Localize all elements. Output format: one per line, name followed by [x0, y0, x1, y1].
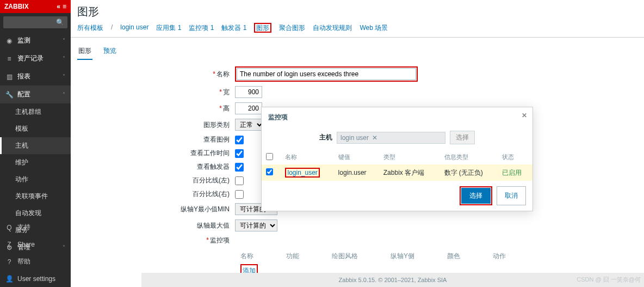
tab[interactable]: 预览 [102, 43, 117, 59]
bottom-label: User settings [17, 275, 55, 283]
search-icon[interactable]: 🔍 [56, 19, 64, 26]
sidebar-group[interactable]: ▥报表˅ [0, 68, 71, 86]
search-box: 🔍 [3, 16, 67, 28]
items-col: 纵轴Y侧 [391, 252, 414, 261]
breadcrumb-link[interactable]: 所有模板 [77, 23, 103, 33]
worktime-checkbox[interactable] [235, 149, 244, 158]
logo-text: ZABBIX [4, 3, 29, 10]
chevron-icon: ˄ [63, 91, 65, 97]
row-info: 数字 (无正负) [440, 164, 498, 181]
menu-icon[interactable]: ≡ [63, 3, 66, 10]
modal-cancel-button[interactable]: 取消 [497, 186, 526, 205]
bottom-icon: Z [5, 241, 13, 248]
modal-col: 键值 [334, 150, 379, 164]
group-icon: ◉ [5, 37, 13, 45]
host-select-button[interactable]: 选择 [450, 131, 475, 144]
tab[interactable]: 图形 [77, 43, 92, 60]
items-col: 颜色 [447, 252, 460, 261]
bottom-label: 帮助 [17, 257, 30, 266]
row-status: 已启用 [498, 164, 532, 181]
width-label: *宽 [77, 88, 235, 97]
sidebar-item[interactable]: 维护 [0, 154, 71, 171]
sidebar-bottom-item[interactable]: ?帮助 [0, 253, 71, 271]
modal-col: 名称 [281, 150, 333, 164]
modal-ok-button[interactable]: 选择 [461, 188, 491, 204]
bottom-icon: ? [5, 258, 13, 266]
sidebar: ZABBIX « ≡ 🔍 ◉监测˅≡资产记录˅▥报表˅🔧配置˄主机群组模板主机维… [0, 0, 71, 287]
group-icon: 🔧 [5, 91, 13, 99]
items-table: 名称键值类型信息类型状态 login_user login.user Zabbi… [262, 150, 532, 181]
sidebar-bottom: Q支持ZShare?帮助👤User settings [0, 218, 71, 287]
chevron-icon: ˅ [63, 38, 65, 44]
sidebar-item[interactable]: 关联项事件 [0, 188, 71, 205]
triggers-label: 查看触发器 [77, 162, 235, 172]
modal-col: 状态 [498, 150, 532, 164]
host-label: 主机 [319, 133, 332, 142]
modal-col: 类型 [379, 150, 440, 164]
breadcrumb-link[interactable]: 应用集 1 [156, 23, 181, 33]
breadcrumb-link[interactable]: 自动发现规则 [313, 23, 352, 33]
row-type: Zabbix 客户端 [379, 164, 440, 181]
main: 图形 所有模板/login user应用集 1监控项 1触发器 1图形聚合图形自… [71, 0, 644, 287]
bottom-label: Share [17, 241, 35, 248]
bottom-icon: Q [5, 224, 13, 231]
gtype-label: 图形类别 [77, 120, 235, 130]
items-col: 动作 [493, 252, 506, 261]
breadcrumb-link[interactable]: 监控项 1 [189, 23, 214, 33]
bottom-label: 支持 [17, 223, 30, 232]
sidebar-group[interactable]: 🔧配置˄ [0, 86, 71, 103]
host-chip[interactable]: login user ✕ [337, 132, 445, 144]
breadcrumb-link[interactable]: 图形 [254, 23, 271, 33]
breadcrumb-link[interactable]: Web 场景 [360, 23, 388, 33]
sidebar-bottom-item[interactable]: 👤User settings [0, 271, 71, 287]
breadcrumb-link[interactable]: login user [120, 23, 148, 33]
breadcrumb-link[interactable]: 触发器 1 [221, 23, 246, 33]
items-col: 绘图风格 [332, 252, 358, 261]
sidebar-item[interactable]: 主机群组 [0, 103, 71, 120]
sidebar-item[interactable]: 主机 [0, 137, 71, 154]
pleft-checkbox[interactable] [235, 176, 244, 185]
chevron-icon: ˅ [63, 56, 65, 62]
triggers-checkbox[interactable] [235, 163, 244, 172]
bottom-icon: 👤 [5, 275, 13, 283]
ymax-label: 纵轴最大值 [77, 221, 235, 230]
modal-footer: 选择 取消 [262, 181, 532, 211]
group-label: 监测 [17, 36, 30, 45]
pright-checkbox[interactable] [235, 190, 244, 199]
sidebar-bottom-item[interactable]: Q支持 [0, 218, 71, 236]
pleft-label: 百分比线(左) [77, 176, 235, 185]
sidebar-group[interactable]: ≡资产记录˅ [0, 50, 71, 68]
footer: Zabbix 5.0.15. © 2001–2021, Zabbix SIA [141, 273, 644, 287]
collapse-icon[interactable]: « [57, 3, 60, 10]
name-input[interactable] [237, 68, 416, 80]
pright-label: 百分比线(右) [77, 190, 235, 199]
gtype-select[interactable]: 正常 [235, 119, 264, 131]
host-chip-remove-icon[interactable]: ✕ [372, 134, 377, 142]
close-icon[interactable]: ✕ [522, 112, 527, 119]
sidebar-item[interactable]: 动作 [0, 171, 71, 188]
modal-col [262, 150, 281, 164]
name-label: *名称 [77, 70, 235, 79]
legend-label: 查看图例 [77, 135, 235, 144]
sidebar-bottom-item[interactable]: ZShare [0, 236, 71, 253]
table-row[interactable]: login_user login.user Zabbix 客户端 数字 (无正负… [262, 164, 532, 181]
item-picker-modal: 监控项 ✕ 主机 login user ✕ 选择 名称键值类型信息类型状态 lo… [261, 107, 533, 211]
width-input[interactable] [235, 86, 262, 98]
sidebar-item[interactable]: 模板 [0, 120, 71, 137]
group-label: 报表 [17, 72, 30, 81]
modal-title: 监控项 ✕ [262, 107, 532, 127]
page-title: 图形 [71, 0, 644, 21]
sidebar-group[interactable]: ◉监测˅ [0, 32, 71, 50]
modal-filter: 主机 login user ✕ 选择 [262, 127, 532, 150]
row-checkbox[interactable] [266, 168, 273, 175]
legend-checkbox[interactable] [235, 136, 244, 144]
row-name[interactable]: login_user [281, 164, 333, 181]
height-label: *高 [77, 104, 235, 113]
height-input[interactable] [235, 102, 262, 114]
select-all-checkbox[interactable] [266, 153, 273, 160]
breadcrumb-link[interactable]: 聚合图形 [279, 23, 305, 33]
ymax-select[interactable]: 可计算的 [235, 219, 277, 231]
breadcrumb-sep: / [111, 23, 113, 33]
logo: ZABBIX « ≡ [0, 0, 71, 13]
items-col: 名称 [240, 252, 253, 261]
